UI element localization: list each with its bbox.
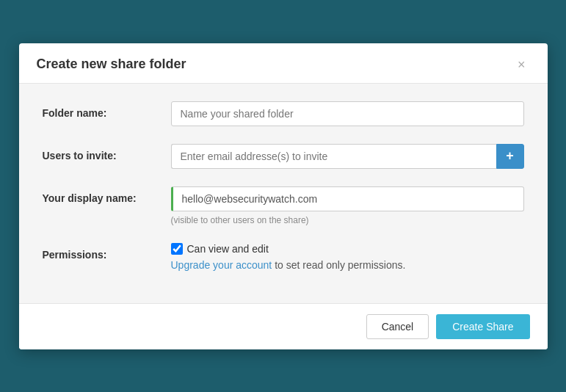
users-to-invite-row: Users to invite: + <box>43 144 524 169</box>
create-share-button[interactable]: Create Share <box>436 314 529 339</box>
display-name-label: Your display name: <box>43 186 171 204</box>
modal-header: Create new share folder × <box>19 43 548 84</box>
folder-name-row: Folder name: <box>43 101 524 126</box>
folder-name-input[interactable] <box>171 101 524 126</box>
display-name-wrap: (visible to other users on the share) <box>171 186 524 225</box>
modal-title: Create new share folder <box>37 57 186 72</box>
add-user-button[interactable]: + <box>496 144 524 169</box>
users-input-group: + <box>171 144 524 169</box>
upgrade-link[interactable]: Upgrade your account <box>171 259 272 271</box>
folder-name-label: Folder name: <box>43 101 171 119</box>
permissions-wrap: Can view and edit Upgrade your account t… <box>171 243 524 271</box>
permissions-checkbox[interactable] <box>171 243 183 255</box>
permissions-checkbox-text: Can view and edit <box>187 243 269 255</box>
upgrade-suffix: to set read only permissions. <box>272 259 405 271</box>
users-to-invite-label: Users to invite: <box>43 144 171 161</box>
display-name-hint: (visible to other users on the share) <box>171 215 524 225</box>
cancel-button[interactable]: Cancel <box>366 314 429 339</box>
users-to-invite-wrap: + <box>171 144 524 169</box>
permissions-label: Permissions: <box>43 243 171 261</box>
modal-backdrop: Create new share folder × Folder name: U… <box>0 0 566 392</box>
permissions-row: Permissions: Can view and edit Upgrade y… <box>43 243 524 271</box>
modal-footer: Cancel Create Share <box>19 303 548 349</box>
folder-name-wrap <box>171 101 524 126</box>
upgrade-text: Upgrade your account to set read only pe… <box>171 259 524 271</box>
display-name-row: Your display name: (visible to other use… <box>43 186 524 225</box>
modal-body: Folder name: Users to invite: + Your dis… <box>19 84 548 303</box>
modal-close-button[interactable]: × <box>513 57 530 73</box>
display-name-input[interactable] <box>171 186 524 211</box>
users-to-invite-input[interactable] <box>171 144 496 169</box>
permissions-checkbox-label[interactable]: Can view and edit <box>171 243 524 255</box>
modal-dialog: Create new share folder × Folder name: U… <box>19 43 548 349</box>
